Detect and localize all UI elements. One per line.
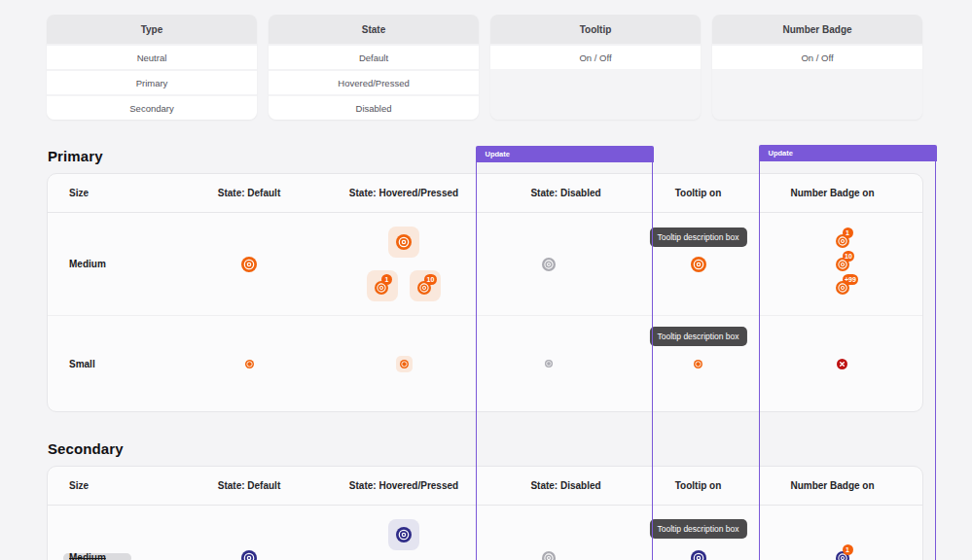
update-tag[interactable]: Update <box>759 145 937 161</box>
cell-default <box>168 213 330 315</box>
column-header-default: State: Default <box>168 467 330 505</box>
column-header-tooltip-on: Tooltip on <box>654 467 742 505</box>
column-header-size: Size <box>48 467 168 505</box>
cell-hovered <box>330 506 478 560</box>
cell-tooltip-on: Tooltip description box <box>654 213 742 315</box>
target-icon <box>400 360 409 368</box>
cell-default <box>168 506 330 560</box>
target-icon-button-hovered-badge-10[interactable]: 10 <box>410 270 441 301</box>
row-label: Medium <box>69 552 106 560</box>
target-icon-button[interactable] <box>241 550 257 560</box>
legend-row: Hovered/Pressed <box>269 69 479 94</box>
legend-card-title: Number Badge <box>712 15 922 44</box>
tooltip-bubble: Tooltip description box <box>649 519 746 539</box>
target-icon-button-small-hovered[interactable] <box>396 356 413 372</box>
cell-default <box>168 316 330 411</box>
row-label: Small <box>48 316 168 411</box>
legend-row: Default <box>269 44 479 69</box>
legend-card-number-badge: Number Badge On / Off <box>712 15 922 120</box>
legend-row: Secondary <box>47 94 257 120</box>
target-icon <box>396 234 412 250</box>
target-icon-button-small[interactable] <box>694 360 702 368</box>
column-header-size: Size <box>48 174 168 212</box>
number-badge: 1 <box>381 274 392 285</box>
number-badge: 10 <box>424 274 437 285</box>
legend-row: Primary <box>47 69 257 94</box>
target-icon-button-hovered-badge-1[interactable]: 1 <box>367 270 398 301</box>
row-label: Medium <box>48 213 168 315</box>
target-icon-button[interactable] <box>691 550 706 560</box>
cell-tooltip-on: Tooltip description box <box>654 316 742 411</box>
cell-hovered: 1 10 <box>330 213 478 315</box>
target-icon-button-hovered[interactable] <box>388 227 419 258</box>
row-label-deprecated: Medium <box>48 506 168 560</box>
section-title-secondary: Secondary <box>48 440 124 457</box>
cell-hovered <box>330 316 478 411</box>
legend-card-tooltip: Tooltip On / Off <box>490 15 701 120</box>
target-icon-button[interactable] <box>691 257 706 272</box>
annotation-frame-disabled-column: Update <box>476 161 653 560</box>
target-icon-button[interactable] <box>241 257 257 272</box>
column-header-hovered: State: Hovered/Pressed <box>330 467 478 505</box>
column-header-tooltip-on: Tooltip on <box>654 174 742 212</box>
column-header-default: State: Default <box>168 174 330 212</box>
tooltip-bubble: Tooltip description box <box>649 327 746 346</box>
column-header-hovered: State: Hovered/Pressed <box>330 174 478 212</box>
legend-row: On / Off <box>712 44 922 69</box>
target-icon-button-small[interactable] <box>245 360 254 368</box>
legend-row: Neutral <box>47 44 257 69</box>
legend-card-state: State Default Hovered/Pressed Disabled <box>269 15 479 120</box>
annotation-frame-badge-column: Update <box>759 160 936 560</box>
legend-row: On / Off <box>490 44 701 69</box>
legend-card-type: Type Neutral Primary Secondary <box>47 15 257 120</box>
target-icon <box>396 527 412 542</box>
tooltip-bubble: Tooltip description box <box>649 228 746 247</box>
target-icon-button-hovered[interactable] <box>388 519 419 550</box>
legend-card-title: State <box>269 15 479 44</box>
update-tag[interactable]: Update <box>476 146 654 162</box>
cell-tooltip-on: Tooltip description box <box>654 506 742 560</box>
legend-card-title: Type <box>47 15 257 44</box>
legend-row: Disabled <box>269 94 479 120</box>
section-title-primary: Primary <box>48 148 103 164</box>
legend-cards: Type Neutral Primary Secondary State Def… <box>47 15 922 120</box>
legend-card-title: Tooltip <box>490 15 701 44</box>
